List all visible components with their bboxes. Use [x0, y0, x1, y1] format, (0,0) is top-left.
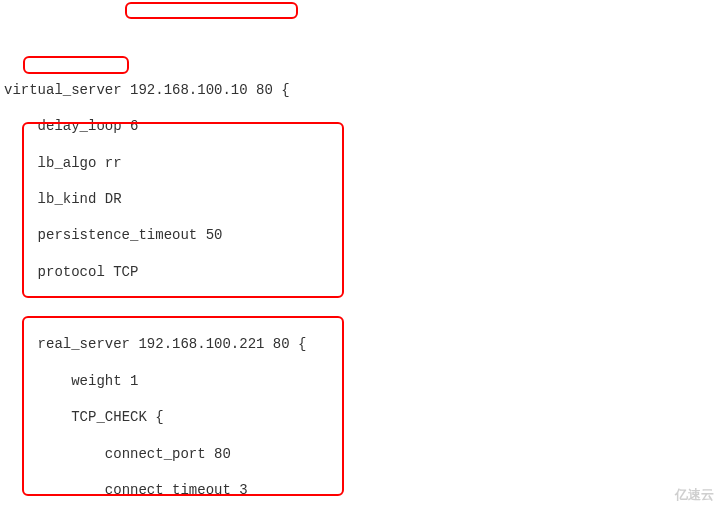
lb-kind-line: lb_kind DR: [4, 190, 724, 208]
real-server-1-header: real_server 192.168.100.221 80 {: [4, 335, 724, 353]
virtual-server-line: virtual_server 192.168.100.10 80 {: [4, 81, 724, 99]
blank-line: [4, 299, 724, 317]
rs1-connect-timeout: connect_timeout 3: [4, 481, 724, 499]
watermark: 亿速云: [649, 487, 714, 504]
highlight-vip: [125, 2, 298, 19]
delay-loop-line: delay_loop 6: [4, 117, 724, 135]
vip-ip: 192.168.100.10: [130, 82, 248, 98]
cloud-icon: [649, 488, 671, 503]
rs1-connect-port: connect_port 80: [4, 445, 724, 463]
highlight-lb-kind: [23, 56, 129, 74]
virtual-server-keyword: virtual_server: [4, 82, 122, 98]
persistence-line: persistence_timeout 50: [4, 226, 724, 244]
rs1-weight: weight 1: [4, 372, 724, 390]
lb-algo-line: lb_algo rr: [4, 154, 724, 172]
watermark-text: 亿速云: [675, 487, 714, 504]
protocol-line: protocol TCP: [4, 263, 724, 281]
rs1-tcp-check-open: TCP_CHECK {: [4, 408, 724, 426]
vip-port: 80: [256, 82, 273, 98]
